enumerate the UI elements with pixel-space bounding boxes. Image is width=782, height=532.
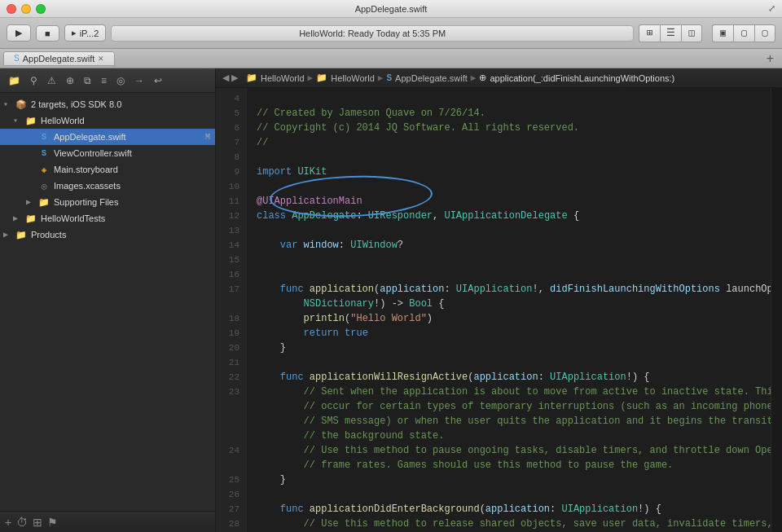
status-bar: HelloWorld: Ready Today at 5:35 PM bbox=[111, 25, 634, 42]
disclosure-icon: ▾ bbox=[13, 116, 24, 125]
sidebar-tool-debug[interactable]: → bbox=[131, 73, 147, 88]
sidebar-item-project[interactable]: ▾ 📦 2 targets, iOS SDK 8.0 bbox=[0, 96, 215, 112]
breadcrumb-item-2[interactable]: 📁 HelloWorld bbox=[316, 73, 375, 83]
code-line: } bbox=[257, 341, 761, 355]
standard-editor-btn[interactable]: ⊞ bbox=[639, 24, 660, 42]
code-line bbox=[257, 355, 761, 370]
code-line bbox=[257, 223, 761, 238]
supporting-files-label: Supporting Files bbox=[54, 197, 215, 207]
sidebar-tool-warning[interactable]: ⚠ bbox=[44, 73, 59, 88]
line-number bbox=[216, 414, 246, 429]
code-line: var window: UIWindow? bbox=[257, 238, 761, 253]
view-controls: ⊞ ☰ ◫ ▣ ▢ ▢ bbox=[639, 24, 775, 42]
sidebar-item-tests[interactable]: ▶ 📁 HelloWorldTests bbox=[0, 210, 215, 226]
line-number: 20 bbox=[216, 341, 246, 355]
tests-label: HelloWorldTests bbox=[41, 213, 215, 223]
code-line bbox=[257, 150, 761, 165]
code-line: class AppDelegate: UIResponder, UIApplic… bbox=[257, 209, 761, 223]
sidebar-tool-breakpoints[interactable]: ◎ bbox=[113, 73, 128, 88]
utilities-btn[interactable]: ▢ bbox=[754, 24, 775, 42]
debug-btn[interactable]: ▢ bbox=[733, 24, 754, 42]
navigator-btn[interactable]: ▣ bbox=[712, 24, 733, 42]
sidebar-tool-search[interactable]: ⚲ bbox=[27, 73, 41, 88]
code-line: return true bbox=[257, 326, 761, 341]
scheme-label: iP...2 bbox=[80, 29, 99, 38]
breadcrumb-item-4[interactable]: ⊕ application(_:didFinishLaunchingWithOp… bbox=[479, 73, 674, 83]
code-line: // Created by Jameson Quave on 7/26/14. bbox=[257, 106, 761, 121]
close-button[interactable] bbox=[7, 4, 16, 14]
disclosure-icon: ▾ bbox=[3, 99, 15, 109]
sidebar-item-viewcontroller[interactable]: S ViewController.swift bbox=[0, 145, 215, 161]
disclosure-icon: ▶ bbox=[3, 230, 15, 240]
breadcrumb-label-1: HelloWorld bbox=[261, 73, 305, 83]
disclosure-icon: ▶ bbox=[13, 213, 24, 223]
sidebar-tool-list[interactable]: ≡ bbox=[98, 73, 110, 88]
tab-appdelegate[interactable]: S AppDelegate.swift ✕ bbox=[3, 51, 115, 66]
window-controls bbox=[7, 4, 46, 14]
tab-bar: S AppDelegate.swift ✕ + bbox=[0, 49, 782, 68]
tab-close-icon[interactable]: ✕ bbox=[98, 55, 104, 63]
sidebar-item-supporting-files[interactable]: ▶ 📁 Supporting Files bbox=[0, 194, 215, 210]
breadcrumb-forward-btn[interactable]: ▶ bbox=[231, 73, 238, 83]
code-line: // Sent when the application is about to… bbox=[257, 385, 761, 399]
line-number bbox=[216, 458, 246, 473]
storyboard-icon: ◈ bbox=[37, 163, 51, 176]
breadcrumb-icon-2: 📁 bbox=[316, 73, 327, 83]
code-line: // Use this method to release shared obj… bbox=[257, 517, 761, 531]
group-icon: 📁 bbox=[24, 114, 37, 127]
breadcrumb-back-btn[interactable]: ◀ bbox=[222, 73, 229, 83]
sidebar-item-mainstoryboard[interactable]: ◈ Main.storyboard bbox=[0, 161, 215, 178]
breadcrumb-bar: ◀ ▶ 📁 HelloWorld ▶ 📁 HelloWorld ▶ S AppD… bbox=[216, 68, 782, 88]
breadcrumb-icon-3: S bbox=[386, 73, 392, 82]
stop-button[interactable]: ■ bbox=[36, 25, 59, 42]
code-line: // bbox=[257, 135, 761, 150]
code-line: func applicationDidEnterBackground(appli… bbox=[257, 502, 761, 517]
breadcrumb-sep-3: ▶ bbox=[471, 73, 477, 83]
code-line bbox=[257, 487, 761, 502]
code-content[interactable]: // Created by Jameson Quave on 7/26/14./… bbox=[247, 88, 771, 532]
warning-filter-btn[interactable]: ⚑ bbox=[47, 516, 58, 529]
breadcrumb-label-4: application(_:didFinishLaunchingWithOpti… bbox=[490, 73, 674, 83]
sidebar-item-helloworld[interactable]: ▾ 📁 HelloWorld bbox=[0, 112, 215, 129]
scheme-icon: ▸ bbox=[72, 28, 77, 38]
run-button[interactable]: ▶ bbox=[7, 24, 31, 42]
code-line: func application(application: UIApplicat… bbox=[257, 282, 761, 297]
sidebar-tool-folder[interactable]: 📁 bbox=[5, 73, 24, 88]
sidebar-item-appdelegate[interactable]: S AppDelegate.swift M bbox=[0, 129, 215, 145]
line-number: 6 bbox=[216, 121, 246, 135]
breadcrumb-item-1[interactable]: 📁 HelloWorld bbox=[246, 73, 305, 83]
sidebar-item-xcassets[interactable]: ◎ Images.xcassets bbox=[0, 178, 215, 194]
sidebar-tool-history[interactable]: ⧉ bbox=[81, 73, 94, 88]
swift-file-icon: S bbox=[37, 147, 51, 160]
breadcrumb-item-3[interactable]: S AppDelegate.swift bbox=[386, 73, 467, 83]
modified-badge: M bbox=[205, 133, 210, 142]
sidebar-tool-add[interactable]: ⊕ bbox=[63, 73, 77, 88]
file-navigator: ▾ 📦 2 targets, iOS SDK 8.0 ▾ 📁 HelloWorl… bbox=[0, 93, 215, 511]
tab-label: AppDelegate.swift bbox=[23, 54, 95, 64]
code-editor: 4567891011121314151617181920212223242526… bbox=[216, 88, 782, 532]
line-number: 4 bbox=[216, 91, 246, 106]
version-editor-btn[interactable]: ◫ bbox=[681, 24, 702, 42]
assets-label: Images.xcassets bbox=[54, 181, 215, 191]
assistant-editor-btn[interactable]: ☰ bbox=[660, 24, 681, 42]
breadcrumb-label-3: AppDelegate.swift bbox=[395, 73, 468, 83]
sidebar-tool-report[interactable]: ↩ bbox=[151, 73, 165, 88]
add-file-button[interactable]: + bbox=[5, 516, 11, 529]
breadcrumb-icon-1: 📁 bbox=[246, 73, 257, 83]
scheme-selector[interactable]: ▸ iP...2 bbox=[64, 24, 107, 42]
title-bar: AppDelegate.swift ⤢ bbox=[0, 0, 782, 18]
line-number: 15 bbox=[216, 253, 246, 267]
scrollbar[interactable] bbox=[771, 88, 782, 532]
line-number bbox=[216, 297, 246, 311]
line-number: 14 bbox=[216, 238, 246, 253]
filter-button[interactable]: ⊞ bbox=[33, 516, 42, 529]
maximize-button[interactable] bbox=[36, 4, 46, 14]
sidebar-item-products[interactable]: ▶ 📁 Products bbox=[0, 226, 215, 243]
add-group-button[interactable]: ⏱ bbox=[16, 516, 28, 529]
expand-icon[interactable]: ⤢ bbox=[768, 3, 775, 14]
panel-mode-group: ▣ ▢ ▢ bbox=[712, 24, 775, 42]
toolbar: ▶ ■ ▸ iP...2 HelloWorld: Ready Today at … bbox=[0, 18, 782, 49]
minimize-button[interactable] bbox=[21, 4, 31, 14]
line-number: 7 bbox=[216, 135, 246, 150]
add-tab-button[interactable]: + bbox=[762, 51, 779, 66]
